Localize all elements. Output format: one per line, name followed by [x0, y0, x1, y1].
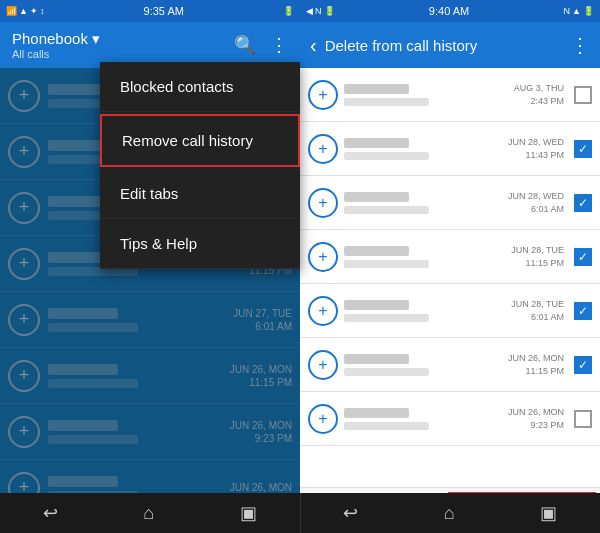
- right-call-name: [344, 300, 409, 310]
- call-date: JUN 26, MON9:23 PM: [230, 419, 292, 445]
- call-number-blur: [48, 435, 138, 444]
- right-battery-icon: 🔋: [324, 6, 335, 16]
- call-number-blur: [48, 379, 138, 388]
- right-call-date: JUN 28, WED11:43 PM: [508, 136, 564, 161]
- wifi-icon: 📶: [6, 6, 17, 16]
- call-info: [48, 476, 222, 494]
- right-call-info: [344, 138, 502, 160]
- select-checkbox[interactable]: ✓: [574, 356, 592, 374]
- select-checkbox[interactable]: [574, 86, 592, 104]
- toolbar-icons: 🔍 ⋮: [234, 34, 288, 56]
- menu-item-remove-history[interactable]: Remove call history: [100, 114, 300, 167]
- menu-item-tips[interactable]: Tips & Help: [100, 219, 300, 269]
- right-notif-icon: N: [564, 6, 571, 16]
- add-call-icon[interactable]: +: [8, 472, 40, 494]
- right-call-name: [344, 84, 409, 94]
- call-info: [48, 308, 225, 332]
- select-checkbox[interactable]: ✓: [574, 248, 592, 266]
- left-time: 9:35 AM: [144, 5, 184, 17]
- home-nav-icon[interactable]: ⌂: [143, 503, 154, 524]
- right-call-name: [344, 138, 409, 148]
- right-call-number: [344, 368, 429, 376]
- add-call-icon[interactable]: +: [8, 136, 40, 168]
- more-icon[interactable]: ⋮: [270, 34, 288, 56]
- select-checkbox[interactable]: ✓: [574, 302, 592, 320]
- right-call-info: [344, 84, 508, 106]
- context-menu: Blocked contacts Remove call history Edi…: [100, 62, 300, 269]
- right-status-left-icons: ◀ N 🔋: [306, 6, 335, 16]
- signal-icon: ▲: [19, 6, 28, 16]
- list-item: + JUN 26, MON11:15 PM ✓: [300, 338, 600, 392]
- call-date: JUN 27, TUE6:01 AM: [233, 307, 292, 333]
- right-signal2-icon: ▲: [572, 6, 581, 16]
- right-wifi-icon: ◀: [306, 6, 313, 16]
- add-call-icon[interactable]: +: [8, 416, 40, 448]
- list-item: + JUN 26, MON: [0, 460, 300, 493]
- list-item: + JUN 26, MON9:23 PM: [0, 404, 300, 460]
- right-call-info: [344, 192, 502, 214]
- menu-item-edit-tabs[interactable]: Edit tabs: [100, 169, 300, 219]
- back-button[interactable]: ‹: [310, 34, 317, 57]
- app-title: Phonebook ▾: [12, 30, 100, 48]
- right-call-number: [344, 98, 429, 106]
- right-toolbar-title: Delete from call history: [325, 37, 562, 54]
- menu-item-blocked[interactable]: Blocked contacts: [100, 62, 300, 112]
- right-call-number: [344, 314, 429, 322]
- right-call-date: JUN 28, TUE11:15 PM: [511, 244, 564, 269]
- add-call-icon[interactable]: +: [8, 248, 40, 280]
- toolbar-title-block: Phonebook ▾ All calls: [12, 30, 100, 60]
- list-item: + JUN 26, MON11:15 PM: [0, 348, 300, 404]
- search-icon[interactable]: 🔍: [234, 34, 256, 56]
- add-contact-icon[interactable]: +: [308, 134, 338, 164]
- recents-nav-icon[interactable]: ▣: [240, 502, 257, 524]
- add-contact-icon[interactable]: +: [308, 80, 338, 110]
- right-more-icon[interactable]: ⋮: [570, 33, 590, 57]
- right-nav: ↩ ⌂ ▣: [301, 493, 601, 533]
- call-name-blur: [48, 476, 118, 487]
- list-item: + JUN 28, TUE11:15 PM ✓: [300, 230, 600, 284]
- right-time: 9:40 AM: [429, 5, 469, 17]
- add-call-icon[interactable]: +: [8, 304, 40, 336]
- right-call-name: [344, 354, 409, 364]
- right-call-number: [344, 260, 429, 268]
- call-info: [48, 364, 222, 388]
- call-date: JUN 26, MON: [230, 481, 292, 493]
- back-nav-icon-right[interactable]: ↩: [343, 502, 358, 524]
- list-item: + JUN 26, MON9:23 PM: [300, 392, 600, 446]
- list-item: + JUN 28, WED6:01 AM ✓: [300, 176, 600, 230]
- select-checkbox[interactable]: [574, 410, 592, 428]
- bt-icon: ✦: [30, 6, 38, 16]
- battery-icon: 🔋: [283, 6, 294, 16]
- right-call-number: [344, 422, 429, 430]
- data-icon: ↕: [40, 6, 45, 16]
- recents-nav-icon-right[interactable]: ▣: [540, 502, 557, 524]
- right-call-name: [344, 408, 409, 418]
- navigation-bar: ↩ ⌂ ▣ ↩ ⌂ ▣: [0, 493, 600, 533]
- add-contact-icon[interactable]: +: [308, 350, 338, 380]
- right-status-bar: ◀ N 🔋 9:40 AM N ▲ 🔋: [300, 0, 600, 22]
- add-contact-icon[interactable]: +: [308, 296, 338, 326]
- left-status-right: 🔋: [283, 6, 294, 16]
- select-checkbox[interactable]: ✓: [574, 140, 592, 158]
- add-call-icon[interactable]: +: [8, 192, 40, 224]
- left-status-icons: 📶 ▲ ✦ ↕: [6, 6, 44, 16]
- add-contact-icon[interactable]: +: [308, 188, 338, 218]
- right-call-date: JUN 28, TUE6:01 AM: [511, 298, 564, 323]
- left-status-bar: 📶 ▲ ✦ ↕ 9:35 AM 🔋: [0, 0, 300, 22]
- add-call-icon[interactable]: +: [8, 80, 40, 112]
- right-call-date: JUN 26, MON11:15 PM: [508, 352, 564, 377]
- right-panel: ◀ N 🔋 9:40 AM N ▲ 🔋 ‹ Delete from call h…: [300, 0, 600, 493]
- select-checkbox[interactable]: ✓: [574, 194, 592, 212]
- back-nav-icon[interactable]: ↩: [43, 502, 58, 524]
- add-contact-icon[interactable]: +: [308, 242, 338, 272]
- left-nav: ↩ ⌂ ▣: [0, 493, 301, 533]
- right-call-date: AUG 3, THU2:43 PM: [514, 82, 564, 107]
- call-info: [48, 420, 222, 444]
- add-call-icon[interactable]: +: [8, 360, 40, 392]
- right-signal-icon: N: [315, 6, 322, 16]
- right-status-right: N ▲ 🔋: [564, 6, 594, 16]
- right-call-number: [344, 152, 429, 160]
- right-call-name: [344, 246, 409, 256]
- add-contact-icon[interactable]: +: [308, 404, 338, 434]
- home-nav-icon-right[interactable]: ⌂: [444, 503, 455, 524]
